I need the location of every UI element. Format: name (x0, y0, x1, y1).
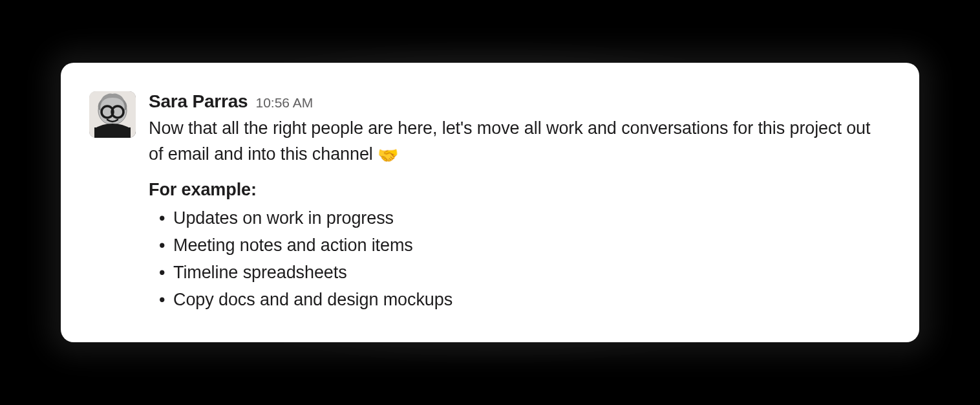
handshake-emoji-icon: 🤝 (378, 144, 398, 168)
timestamp[interactable]: 10:56 AM (255, 95, 313, 111)
examples-list: Updates on work in progress Meeting note… (149, 205, 888, 313)
message-card: Sara Parras 10:56 AM Now that all the ri… (61, 63, 919, 342)
avatar[interactable] (89, 91, 136, 138)
list-item: Meeting notes and action items (173, 232, 888, 259)
message-text: Now that all the right people are here, … (149, 118, 870, 163)
avatar-image-icon (89, 91, 136, 138)
list-item: Copy docs and and design mockups (173, 287, 888, 314)
message-header: Sara Parras 10:56 AM (149, 91, 888, 112)
message-content: Sara Parras 10:56 AM Now that all the ri… (149, 91, 888, 313)
author-name[interactable]: Sara Parras (149, 91, 248, 112)
message-text-paragraph: Now that all the right people are here, … (149, 116, 888, 168)
list-item: Timeline spreadsheets (173, 259, 888, 287)
list-item: Updates on work in progress (173, 205, 888, 232)
examples-label: For example: (149, 177, 888, 202)
message-body: Now that all the right people are here, … (149, 116, 888, 313)
